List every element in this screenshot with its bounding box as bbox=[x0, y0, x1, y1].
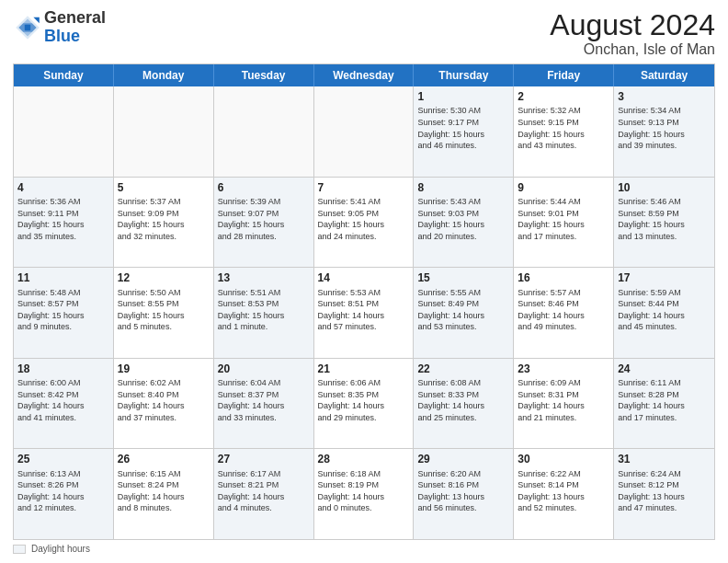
day-number: 28 bbox=[318, 452, 410, 466]
calendar-week-row: 18Sunrise: 6:00 AM Sunset: 8:42 PM Dayli… bbox=[14, 359, 714, 450]
calendar-cell: 8Sunrise: 5:43 AM Sunset: 9:03 PM Daylig… bbox=[414, 178, 514, 268]
calendar-cell: 2Sunrise: 5:32 AM Sunset: 9:15 PM Daylig… bbox=[514, 86, 614, 177]
day-number: 24 bbox=[618, 362, 711, 376]
footer: Daylight hours bbox=[13, 544, 715, 554]
day-number: 26 bbox=[118, 452, 210, 466]
cell-info: Sunrise: 6:20 AM Sunset: 8:16 PM Dayligh… bbox=[417, 468, 509, 514]
calendar-cell: 26Sunrise: 6:15 AM Sunset: 8:24 PM Dayli… bbox=[114, 449, 214, 539]
calendar-cell: 31Sunrise: 6:24 AM Sunset: 8:12 PM Dayli… bbox=[614, 449, 714, 539]
svg-marker-4 bbox=[33, 17, 39, 23]
cell-info: Sunrise: 6:00 AM Sunset: 8:42 PM Dayligh… bbox=[17, 377, 109, 423]
calendar-cell: 23Sunrise: 6:09 AM Sunset: 8:31 PM Dayli… bbox=[514, 359, 614, 449]
cell-info: Sunrise: 6:11 AM Sunset: 8:28 PM Dayligh… bbox=[618, 377, 711, 423]
day-number: 6 bbox=[218, 180, 310, 195]
calendar-cell: 20Sunrise: 6:04 AM Sunset: 8:37 PM Dayli… bbox=[214, 359, 314, 449]
day-number: 16 bbox=[518, 270, 609, 285]
day-number: 29 bbox=[417, 452, 509, 466]
calendar-header-day: Thursday bbox=[414, 64, 514, 86]
day-number: 23 bbox=[518, 362, 609, 376]
cell-info: Sunrise: 6:24 AM Sunset: 8:12 PM Dayligh… bbox=[618, 468, 711, 514]
cell-info: Sunrise: 6:09 AM Sunset: 8:31 PM Dayligh… bbox=[518, 377, 609, 423]
cell-info: Sunrise: 5:43 AM Sunset: 9:03 PM Dayligh… bbox=[417, 196, 509, 242]
calendar-cell: 7Sunrise: 5:41 AM Sunset: 9:05 PM Daylig… bbox=[314, 178, 415, 268]
calendar-cell: 14Sunrise: 5:53 AM Sunset: 8:51 PM Dayli… bbox=[314, 268, 415, 358]
day-number: 19 bbox=[118, 362, 210, 376]
cell-info: Sunrise: 6:18 AM Sunset: 8:19 PM Dayligh… bbox=[318, 468, 410, 514]
cell-info: Sunrise: 6:13 AM Sunset: 8:26 PM Dayligh… bbox=[17, 468, 109, 514]
calendar-cell: 28Sunrise: 6:18 AM Sunset: 8:19 PM Dayli… bbox=[314, 449, 415, 539]
day-number: 30 bbox=[518, 452, 609, 466]
calendar-header-day: Monday bbox=[114, 64, 214, 86]
calendar-cell: 6Sunrise: 5:39 AM Sunset: 9:07 PM Daylig… bbox=[214, 178, 314, 268]
day-number: 13 bbox=[218, 270, 310, 285]
day-number: 3 bbox=[618, 89, 711, 104]
day-number: 9 bbox=[518, 180, 609, 195]
day-number: 27 bbox=[218, 452, 310, 466]
day-number: 22 bbox=[417, 362, 509, 376]
cell-info: Sunrise: 5:44 AM Sunset: 9:01 PM Dayligh… bbox=[518, 196, 609, 242]
calendar-header-day: Wednesday bbox=[314, 64, 415, 86]
cell-info: Sunrise: 5:53 AM Sunset: 8:51 PM Dayligh… bbox=[318, 287, 410, 333]
day-number: 15 bbox=[417, 270, 509, 285]
cell-info: Sunrise: 6:02 AM Sunset: 8:40 PM Dayligh… bbox=[118, 377, 210, 423]
calendar-cell: 16Sunrise: 5:57 AM Sunset: 8:46 PM Dayli… bbox=[514, 268, 614, 358]
location-title: Onchan, Isle of Man bbox=[550, 41, 715, 58]
logo-icon bbox=[13, 13, 42, 42]
daylight-label: Daylight hours bbox=[31, 544, 90, 554]
calendar-cell: 4Sunrise: 5:36 AM Sunset: 9:11 PM Daylig… bbox=[14, 178, 114, 268]
cell-info: Sunrise: 6:22 AM Sunset: 8:14 PM Dayligh… bbox=[518, 468, 609, 514]
cell-info: Sunrise: 5:46 AM Sunset: 8:59 PM Dayligh… bbox=[618, 196, 711, 242]
cell-info: Sunrise: 5:59 AM Sunset: 8:44 PM Dayligh… bbox=[618, 287, 711, 333]
logo-blue: Blue bbox=[44, 28, 106, 46]
day-number: 5 bbox=[118, 180, 210, 195]
day-number: 25 bbox=[17, 452, 109, 466]
cell-info: Sunrise: 5:48 AM Sunset: 8:57 PM Dayligh… bbox=[17, 287, 109, 333]
day-number: 20 bbox=[218, 362, 310, 376]
logo-text: General Blue bbox=[44, 9, 106, 46]
calendar-cell: 9Sunrise: 5:44 AM Sunset: 9:01 PM Daylig… bbox=[514, 178, 614, 268]
calendar-cell bbox=[314, 86, 415, 177]
calendar-cell: 12Sunrise: 5:50 AM Sunset: 8:55 PM Dayli… bbox=[114, 268, 214, 358]
calendar-week-row: 1Sunrise: 5:30 AM Sunset: 9:17 PM Daylig… bbox=[14, 86, 714, 178]
cell-info: Sunrise: 5:36 AM Sunset: 9:11 PM Dayligh… bbox=[17, 196, 109, 242]
calendar-cell: 13Sunrise: 5:51 AM Sunset: 8:53 PM Dayli… bbox=[214, 268, 314, 358]
cell-info: Sunrise: 6:06 AM Sunset: 8:35 PM Dayligh… bbox=[318, 377, 410, 423]
day-number: 17 bbox=[618, 270, 711, 285]
calendar-cell: 10Sunrise: 5:46 AM Sunset: 8:59 PM Dayli… bbox=[614, 178, 714, 268]
calendar-cell: 5Sunrise: 5:37 AM Sunset: 9:09 PM Daylig… bbox=[114, 178, 214, 268]
day-number: 11 bbox=[17, 270, 109, 285]
calendar-cell: 30Sunrise: 6:22 AM Sunset: 8:14 PM Dayli… bbox=[514, 449, 614, 539]
calendar-header-day: Tuesday bbox=[214, 64, 314, 86]
cell-info: Sunrise: 5:30 AM Sunset: 9:17 PM Dayligh… bbox=[417, 105, 509, 151]
daylight-box-icon bbox=[13, 545, 26, 554]
calendar-cell: 22Sunrise: 6:08 AM Sunset: 8:33 PM Dayli… bbox=[414, 359, 514, 449]
calendar-cell bbox=[14, 86, 114, 177]
day-number: 4 bbox=[17, 180, 109, 195]
calendar-header-day: Friday bbox=[514, 64, 614, 86]
calendar-cell: 11Sunrise: 5:48 AM Sunset: 8:57 PM Dayli… bbox=[14, 268, 114, 358]
header: General Blue August 2024 Onchan, Isle of… bbox=[13, 9, 715, 58]
calendar-header-row: SundayMondayTuesdayWednesdayThursdayFrid… bbox=[14, 64, 714, 86]
calendar-cell: 25Sunrise: 6:13 AM Sunset: 8:26 PM Dayli… bbox=[14, 449, 114, 539]
day-number: 1 bbox=[417, 89, 509, 104]
calendar-cell: 1Sunrise: 5:30 AM Sunset: 9:17 PM Daylig… bbox=[414, 86, 514, 177]
calendar-cell bbox=[114, 86, 214, 177]
calendar-cell: 19Sunrise: 6:02 AM Sunset: 8:40 PM Dayli… bbox=[114, 359, 214, 449]
logo-general: General bbox=[44, 9, 106, 28]
calendar-cell: 27Sunrise: 6:17 AM Sunset: 8:21 PM Dayli… bbox=[214, 449, 314, 539]
cell-info: Sunrise: 5:57 AM Sunset: 8:46 PM Dayligh… bbox=[518, 287, 609, 333]
calendar-cell bbox=[214, 86, 314, 177]
day-number: 12 bbox=[118, 270, 210, 285]
calendar-cell: 29Sunrise: 6:20 AM Sunset: 8:16 PM Dayli… bbox=[414, 449, 514, 539]
logo: General Blue bbox=[13, 9, 106, 46]
calendar-week-row: 4Sunrise: 5:36 AM Sunset: 9:11 PM Daylig… bbox=[14, 178, 714, 269]
day-number: 7 bbox=[318, 180, 410, 195]
calendar-cell: 15Sunrise: 5:55 AM Sunset: 8:49 PM Dayli… bbox=[414, 268, 514, 358]
calendar-header-day: Saturday bbox=[614, 64, 714, 86]
calendar-header-day: Sunday bbox=[14, 64, 114, 86]
day-number: 10 bbox=[618, 180, 711, 195]
calendar-cell: 21Sunrise: 6:06 AM Sunset: 8:35 PM Dayli… bbox=[314, 359, 415, 449]
month-title: August 2024 bbox=[550, 9, 715, 41]
cell-info: Sunrise: 5:34 AM Sunset: 9:13 PM Dayligh… bbox=[618, 105, 711, 151]
calendar-cell: 18Sunrise: 6:00 AM Sunset: 8:42 PM Dayli… bbox=[14, 359, 114, 449]
